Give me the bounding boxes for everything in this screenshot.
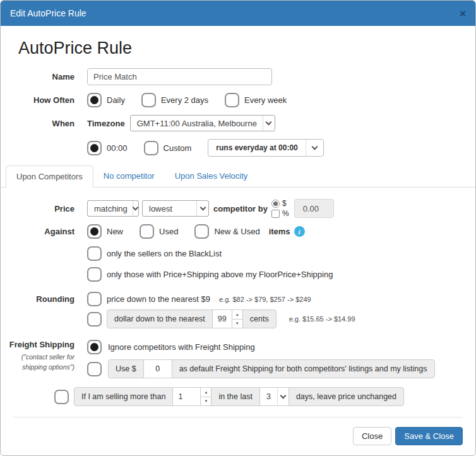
stepper-down-icon[interactable]: ▼	[232, 320, 242, 328]
every-2-days-radio[interactable]	[141, 93, 156, 107]
new-label[interactable]: New	[107, 227, 123, 236]
floorprice-row: only those with Price+Shipping above my …	[1, 267, 475, 282]
floorprice-checkbox[interactable]	[87, 267, 102, 282]
page-title: AutoPrice Rule	[18, 39, 475, 58]
cents-value: 99	[213, 310, 232, 328]
close-button[interactable]: Close	[353, 427, 391, 445]
ignore-freight-radio[interactable]	[87, 340, 102, 354]
selling-rule-row: If I am selling more than 1 ▲ ▼ in the l…	[54, 387, 475, 406]
every-week-radio[interactable]	[225, 93, 239, 107]
rounding-row-1: Rounding price down to the nearest $9 e.…	[1, 292, 475, 306]
match-type-value: matching	[94, 204, 128, 213]
custom-time-checkbox[interactable]	[144, 141, 158, 155]
info-icon[interactable]: i	[294, 226, 305, 237]
days-select[interactable]: 3	[260, 388, 289, 405]
timezone-select[interactable]: GMT+11:00 Australia, Melbourne	[130, 115, 275, 131]
round-cents-example: e.g. $15.65 -> $14.99	[289, 315, 355, 323]
against-label: Against	[1, 227, 74, 236]
used-radio[interactable]	[140, 224, 154, 239]
tab-no-competitor[interactable]: No competitor	[93, 165, 165, 187]
blacklist-checkbox[interactable]	[87, 246, 102, 261]
ignore-freight-label[interactable]: Ignore competitors with Freight Shipping	[108, 342, 255, 352]
blacklist-label[interactable]: only the sellers on the BlackList	[107, 249, 222, 258]
name-row: Name	[1, 68, 475, 85]
selling-rule-group: If I am selling more than 1 ▲ ▼ in the l…	[74, 387, 404, 406]
every-week-label[interactable]: Every week	[244, 95, 287, 105]
save-and-close-button[interactable]: Save & Close	[395, 427, 463, 445]
round-cents-checkbox[interactable]	[87, 312, 102, 327]
modal-body: AutoPrice Rule Name How Often Daily Ever…	[1, 26, 475, 408]
tab-upon-sales-velocity[interactable]: Upon Sales Velocity	[165, 165, 258, 187]
amount-input[interactable]: 0.00	[294, 199, 334, 218]
chevron-down-icon	[277, 388, 289, 405]
custom-time-label[interactable]: Custom	[164, 143, 192, 153]
round-cents-suffix: cents	[243, 310, 276, 328]
stepper-down-icon[interactable]: ▼	[201, 397, 211, 406]
price-row: Price matching lowest competitor by $	[1, 199, 475, 218]
default-freight-group: Use $ 0 as default Freight Shipping for …	[108, 359, 435, 378]
stepper-arrows-icon: ▲ ▼	[232, 310, 242, 328]
percent-checkbox[interactable]	[271, 210, 280, 218]
freight-label: Freight Shipping	[1, 340, 74, 349]
use-dollar-label: Use $	[109, 360, 143, 378]
new-and-used-label[interactable]: New & Used	[214, 227, 259, 236]
selling-rule-checkbox[interactable]	[54, 390, 69, 404]
how-often-label: How Often	[1, 95, 74, 105]
dollar-radio[interactable]	[271, 200, 280, 208]
blacklist-row: only the sellers on the BlackList	[1, 246, 475, 261]
new-radio[interactable]	[87, 224, 102, 239]
selling-prefix: If I am selling more than	[74, 388, 172, 405]
close-icon[interactable]: ×	[460, 8, 466, 19]
modal-title: Edit AutoPrice Rule	[10, 8, 86, 18]
modal-footer: Close Save & Close	[13, 417, 463, 455]
round-cents-prefix: dollar down to the nearest	[107, 310, 212, 328]
selling-suffix: days, leave price unchanged	[289, 388, 403, 405]
qty-stepper[interactable]: 1 ▲ ▼	[173, 388, 211, 405]
stepper-up-icon[interactable]: ▲	[201, 388, 211, 397]
rounding-label: Rounding	[1, 294, 74, 304]
new-and-used-radio[interactable]	[194, 224, 209, 239]
tab-bar: Upon Competitors No competitor Upon Sale…	[1, 165, 475, 188]
tab-upon-competitors[interactable]: Upon Competitors	[6, 165, 93, 188]
dollar-percent-toggle: $ %	[271, 199, 289, 218]
items-label: items	[269, 227, 290, 236]
chevron-down-icon	[306, 140, 323, 156]
default-freight-suffix: as default Freight Shipping for both com…	[172, 360, 434, 378]
schedule-summary-dropdown[interactable]: runs everyday at 00:00	[208, 139, 323, 157]
selling-middle: in the last	[211, 388, 259, 405]
when-time-row: 00:00 Custom runs everyday at 00:00	[1, 139, 475, 157]
when-label: When	[1, 119, 74, 128]
timezone-label: Timezone	[87, 119, 125, 128]
round-price-label[interactable]: price down to the nearest $9	[107, 294, 210, 304]
schedule-summary-text: runs everyday at 00:00	[208, 143, 305, 152]
name-label: Name	[1, 72, 74, 81]
target-select[interactable]: lowest	[142, 200, 209, 217]
dollar-label[interactable]: $	[282, 199, 287, 208]
round-price-checkbox[interactable]	[87, 292, 102, 306]
freight-sublabel: ("contact seller for shipping options")	[1, 352, 74, 373]
freight-amount-input[interactable]: 0	[143, 360, 172, 378]
floorprice-label[interactable]: only those with Price+Shipping above my …	[107, 270, 333, 279]
when-row: When Timezone GMT+11:00 Australia, Melbo…	[1, 115, 475, 131]
chevron-down-icon	[263, 116, 275, 131]
timezone-value: GMT+11:00 Australia, Melbourne	[137, 119, 257, 128]
edit-autoprice-rule-modal: Edit AutoPrice Rule × AutoPrice Rule Nam…	[0, 0, 476, 456]
target-value: lowest	[149, 204, 172, 213]
every-2-days-label[interactable]: Every 2 days	[161, 95, 208, 105]
how-often-row: How Often Daily Every 2 days Every week	[1, 93, 475, 107]
use-default-freight-radio[interactable]	[87, 362, 102, 376]
stepper-up-icon[interactable]: ▲	[232, 310, 242, 320]
rounding-row-2: dollar down to the nearest 99 ▲ ▼ cents	[1, 309, 475, 328]
percent-label[interactable]: %	[282, 209, 289, 218]
daily-radio[interactable]	[87, 93, 102, 107]
cents-stepper[interactable]: 99 ▲ ▼	[213, 310, 242, 328]
price-label: Price	[1, 204, 74, 213]
match-type-select[interactable]: matching	[87, 200, 139, 217]
time-0000-label[interactable]: 00:00	[107, 143, 128, 153]
daily-label[interactable]: Daily	[107, 95, 125, 105]
used-label[interactable]: Used	[159, 227, 178, 236]
round-price-example: e.g. $82 -> $79, $257 -> $249	[219, 296, 311, 303]
upon-competitors-panel: Price matching lowest competitor by $	[1, 188, 475, 408]
name-input[interactable]	[87, 68, 272, 85]
time-0000-radio[interactable]	[87, 141, 102, 155]
